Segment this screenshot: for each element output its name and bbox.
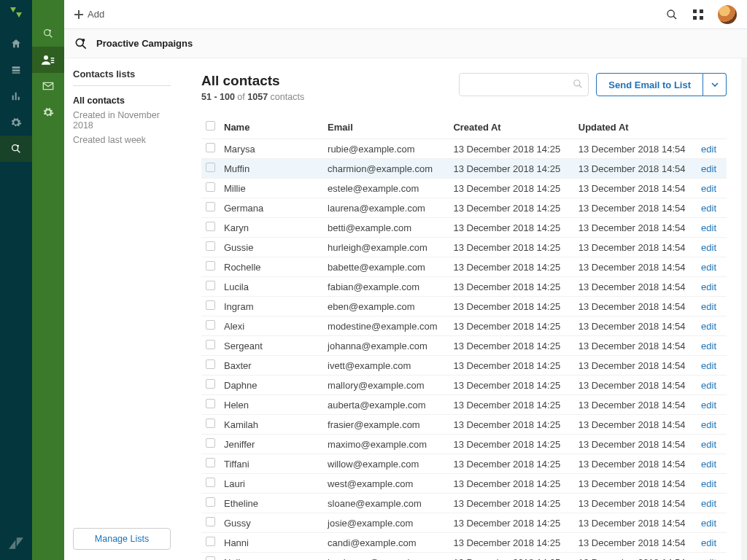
cell-name: Gussy [220, 513, 323, 533]
table-row[interactable]: Lucilafabian@example.com13 December 2018… [201, 277, 727, 297]
row-checkbox[interactable] [206, 556, 215, 560]
edit-link[interactable]: edit [701, 498, 716, 509]
subnav-campaigns[interactable] [32, 20, 64, 47]
table-row[interactable]: Aleximodestine@example.com13 December 20… [201, 316, 727, 336]
user-avatar[interactable] [718, 5, 737, 24]
apps-icon[interactable] [692, 8, 705, 21]
row-checkbox[interactable] [206, 281, 215, 290]
edit-link[interactable]: edit [701, 301, 716, 312]
sidebar-list-item[interactable]: All contacts [73, 93, 171, 108]
table-row[interactable]: Baxterivett@example.com13 December 2018 … [201, 356, 727, 376]
table-row[interactable]: Germanalaurena@example.com13 December 20… [201, 198, 727, 218]
table-row[interactable]: Ethelinesloane@example.com13 December 20… [201, 494, 727, 513]
add-label: Add [88, 9, 104, 20]
table-row[interactable]: Daphnemallory@example.com13 December 201… [201, 376, 727, 395]
subnav-settings[interactable] [32, 99, 64, 125]
edit-link[interactable]: edit [701, 537, 716, 548]
row-checkbox[interactable] [206, 399, 215, 408]
col-created[interactable]: Created At [449, 115, 573, 139]
col-email[interactable]: Email [323, 115, 449, 139]
contacts-search-input[interactable] [459, 73, 589, 96]
edit-link[interactable]: edit [701, 557, 716, 561]
sidebar-list-item[interactable]: Created in November 2018 [73, 108, 171, 133]
primary-rail [0, 0, 32, 560]
row-checkbox[interactable] [206, 537, 215, 546]
edit-link[interactable]: edit [701, 144, 716, 155]
edit-link[interactable]: edit [701, 419, 716, 430]
edit-link[interactable]: edit [701, 380, 716, 391]
send-email-dropdown[interactable] [703, 73, 727, 96]
edit-link[interactable]: edit [701, 360, 716, 371]
edit-link[interactable]: edit [701, 203, 716, 214]
row-checkbox[interactable] [206, 320, 215, 330]
row-checkbox[interactable] [206, 261, 215, 271]
table-row[interactable]: Marysarubie@example.com13 December 2018 … [201, 139, 727, 159]
subnav-contacts[interactable] [32, 47, 64, 73]
table-row[interactable]: Hannicandi@example.com13 December 2018 1… [201, 533, 727, 553]
edit-link[interactable]: edit [701, 163, 716, 174]
row-checkbox[interactable] [206, 241, 215, 251]
table-row[interactable]: Tiffaniwillow@example.com13 December 201… [201, 454, 727, 474]
table-row[interactable]: Neliabenjamen@example.com13 December 201… [201, 553, 727, 561]
row-checkbox[interactable] [206, 458, 215, 467]
table-row[interactable]: Karynbetti@example.com13 December 2018 1… [201, 218, 727, 238]
edit-link[interactable]: edit [701, 183, 716, 194]
row-checkbox[interactable] [206, 163, 215, 172]
row-checkbox[interactable] [206, 419, 215, 428]
row-checkbox[interactable] [206, 438, 215, 448]
table-row[interactable]: Kamilahfrasier@example.com13 December 20… [201, 415, 727, 435]
row-checkbox[interactable] [206, 222, 215, 231]
select-all-checkbox[interactable] [206, 121, 215, 131]
add-button[interactable]: Add [74, 9, 104, 20]
row-checkbox[interactable] [206, 478, 215, 487]
col-name[interactable]: Name [220, 115, 323, 139]
edit-link[interactable]: edit [701, 478, 716, 489]
edit-link[interactable]: edit [701, 321, 716, 332]
cell-email: estele@example.com [323, 179, 449, 198]
row-checkbox[interactable] [206, 340, 215, 349]
row-checkbox[interactable] [206, 300, 215, 310]
row-checkbox[interactable] [206, 497, 215, 507]
svg-point-11 [82, 38, 85, 41]
table-row[interactable]: Millieestele@example.com13 December 2018… [201, 179, 727, 198]
sidebar-list-item[interactable]: Created last week [73, 133, 171, 147]
row-checkbox[interactable] [206, 143, 215, 152]
search-icon[interactable] [665, 8, 678, 21]
nav-home[interactable] [0, 31, 32, 57]
page-title: All contacts [201, 73, 304, 89]
row-checkbox[interactable] [206, 202, 215, 211]
table-row[interactable]: Helenauberta@example.com13 December 2018… [201, 395, 727, 415]
row-checkbox[interactable] [206, 517, 215, 526]
subnav-mail[interactable] [32, 73, 64, 99]
edit-link[interactable]: edit [701, 281, 716, 292]
row-checkbox[interactable] [206, 182, 215, 192]
manage-lists-button[interactable]: Manage Lists [73, 528, 171, 550]
nav-campaigns[interactable] [0, 136, 32, 162]
edit-link[interactable]: edit [701, 341, 716, 351]
table-row[interactable]: Lauriwest@example.com13 December 2018 14… [201, 474, 727, 494]
table-row[interactable]: Ingrameben@example.com13 December 2018 1… [201, 297, 727, 316]
table-row[interactable]: Gussyjosie@example.com13 December 2018 1… [201, 513, 727, 533]
table-row[interactable]: Gussiehurleigh@example.com13 December 20… [201, 238, 727, 257]
table-row[interactable]: Jeniffermaximo@example.com13 December 20… [201, 435, 727, 454]
cell-name: Marysa [220, 139, 323, 159]
edit-link[interactable]: edit [701, 242, 716, 253]
nav-reports[interactable] [0, 83, 32, 109]
table-row[interactable]: Muffincharmion@example.com13 December 20… [201, 159, 727, 179]
edit-link[interactable]: edit [701, 222, 716, 233]
edit-link[interactable]: edit [701, 518, 716, 529]
col-updated[interactable]: Updated At [574, 115, 690, 139]
row-checkbox[interactable] [206, 359, 215, 369]
edit-link[interactable]: edit [701, 262, 716, 273]
table-row[interactable]: Sergeantjohanna@example.com13 December 2… [201, 336, 727, 356]
row-checkbox[interactable] [206, 379, 215, 389]
edit-link[interactable]: edit [701, 439, 716, 450]
cell-email: rubie@example.com [323, 139, 449, 159]
send-email-button[interactable]: Send Email to List [596, 73, 703, 96]
nav-settings[interactable] [0, 109, 32, 136]
edit-link[interactable]: edit [701, 459, 716, 470]
table-row[interactable]: Rochellebabette@example.com13 December 2… [201, 257, 727, 277]
svg-rect-6 [693, 9, 697, 13]
nav-tickets[interactable] [0, 57, 32, 83]
edit-link[interactable]: edit [701, 400, 716, 411]
